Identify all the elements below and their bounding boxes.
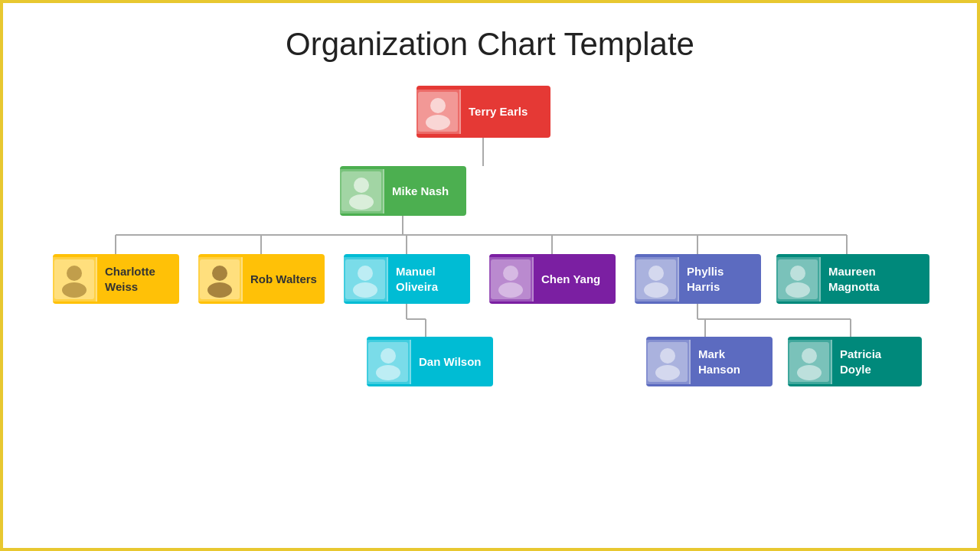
svg-point-17 <box>426 115 450 130</box>
svg-point-32 <box>381 348 396 364</box>
svg-point-33 <box>376 365 400 380</box>
label-mike: Mike Nash <box>384 184 456 199</box>
photo-rob <box>198 257 243 302</box>
node-maureen: Maureen Magnotta <box>776 254 929 304</box>
label-terry: Terry Earls <box>461 104 535 119</box>
svg-point-31 <box>786 282 810 298</box>
label-phyllis: Phyllis Harris <box>679 264 761 294</box>
svg-point-26 <box>503 266 518 281</box>
svg-point-29 <box>644 282 668 298</box>
node-chen: Chen Yang <box>489 254 616 304</box>
svg-point-20 <box>67 266 82 281</box>
photo-maureen <box>776 257 821 302</box>
photo-phyllis <box>635 257 679 302</box>
photo-mark <box>646 340 691 384</box>
photo-manuel <box>344 257 388 302</box>
page-title: Organization Chart Template <box>3 3 977 70</box>
photo-chen <box>489 257 534 302</box>
node-patricia: Patricia Doyle <box>788 337 922 386</box>
svg-point-25 <box>353 282 377 298</box>
connectors <box>3 70 977 539</box>
svg-point-24 <box>358 266 373 281</box>
label-manuel: Manuel Oliveira <box>388 264 470 294</box>
svg-point-27 <box>498 282 523 298</box>
photo-terry <box>416 90 461 134</box>
svg-point-30 <box>790 266 805 281</box>
node-manuel: Manuel Oliveira <box>344 254 470 304</box>
svg-point-34 <box>660 348 675 364</box>
svg-point-22 <box>212 266 227 281</box>
node-rob: Rob Walters <box>198 254 325 304</box>
svg-point-36 <box>802 348 817 364</box>
node-mike: Mike Nash <box>340 166 466 216</box>
svg-point-16 <box>430 98 446 113</box>
node-dan: Dan Wilson <box>367 337 493 386</box>
svg-point-18 <box>354 178 369 193</box>
label-patricia: Patricia Doyle <box>832 347 922 377</box>
label-dan: Dan Wilson <box>411 354 489 370</box>
svg-point-23 <box>207 282 232 298</box>
svg-point-19 <box>349 194 374 210</box>
node-phyllis: Phyllis Harris <box>635 254 761 304</box>
node-charlotte: Charlotte Weiss <box>53 254 179 304</box>
photo-dan <box>367 340 411 384</box>
label-maureen: Maureen Magnotta <box>821 264 929 294</box>
svg-point-37 <box>797 365 822 380</box>
svg-point-28 <box>648 266 664 281</box>
node-terry: Terry Earls <box>416 86 550 138</box>
label-rob: Rob Walters <box>243 272 325 287</box>
label-mark: Mark Hanson <box>691 347 773 377</box>
label-charlotte: Charlotte Weiss <box>97 264 179 294</box>
photo-patricia <box>788 340 832 384</box>
label-chen: Chen Yang <box>534 272 608 287</box>
chart-area: Terry Earls Mike Nash Charlotte Weiss Ro… <box>3 70 977 539</box>
svg-point-35 <box>655 365 680 380</box>
photo-charlotte <box>53 257 97 302</box>
node-mark: Mark Hanson <box>646 337 773 386</box>
svg-point-21 <box>62 282 87 298</box>
photo-mike <box>340 169 384 214</box>
